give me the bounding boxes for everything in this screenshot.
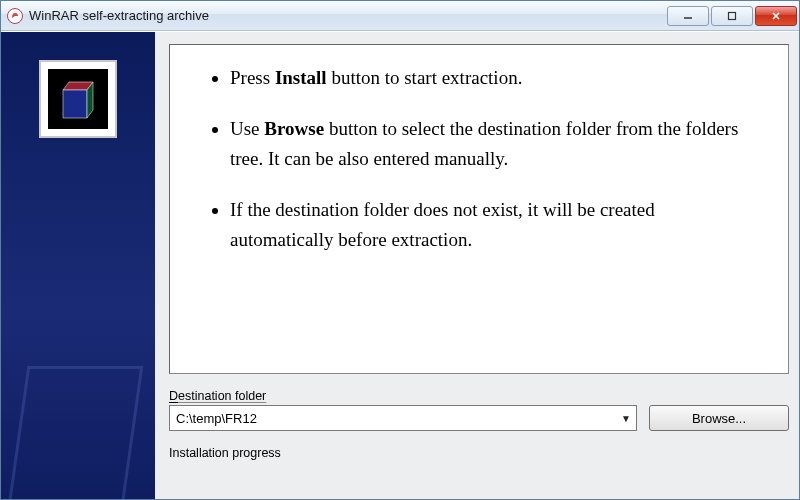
window-controls <box>667 6 797 26</box>
progress-section: Installation progress <box>169 445 789 462</box>
titlebar[interactable]: WinRAR self-extracting archive <box>1 1 799 31</box>
minimize-button[interactable] <box>667 6 709 26</box>
instr3: If the destination folder does not exist… <box>230 199 655 249</box>
app-icon <box>7 8 23 24</box>
chevron-down-icon: ▼ <box>620 413 632 424</box>
close-button[interactable] <box>755 6 797 26</box>
destination-value: C:\temp\FR12 <box>176 411 620 426</box>
instr2-bold: Browse <box>264 118 324 139</box>
client-area: Press Install button to start extraction… <box>1 31 799 499</box>
package-cube-icon <box>48 69 108 129</box>
progress-label: Installation progress <box>169 446 281 460</box>
main-area: Press Install button to start extraction… <box>169 44 789 499</box>
sidebar-icon-frame <box>39 60 117 138</box>
instr1-pre: Press <box>230 67 275 88</box>
installer-window: WinRAR self-extracting archive <box>0 0 800 500</box>
svg-rect-2 <box>729 12 736 19</box>
instr1-bold: Install <box>275 67 327 88</box>
browse-button[interactable]: Browse... <box>649 405 789 431</box>
instruction-item: If the destination folder does not exist… <box>230 195 760 254</box>
instruction-item: Use Browse button to select the destinat… <box>230 114 760 173</box>
destination-section: Destination folder C:\temp\FR12 ▼ Browse… <box>169 388 789 431</box>
instruction-item: Press Install button to start extraction… <box>230 63 760 92</box>
instructions-panel: Press Install button to start extraction… <box>169 44 789 374</box>
window-title: WinRAR self-extracting archive <box>29 8 667 23</box>
destination-combobox[interactable]: C:\temp\FR12 ▼ <box>169 405 637 431</box>
maximize-button[interactable] <box>711 6 753 26</box>
destination-label: Destination folder <box>169 389 266 403</box>
instr2-pre: Use <box>230 118 264 139</box>
sidebar <box>1 32 155 499</box>
instr1-post: button to start extraction. <box>327 67 523 88</box>
svg-marker-6 <box>63 90 87 118</box>
